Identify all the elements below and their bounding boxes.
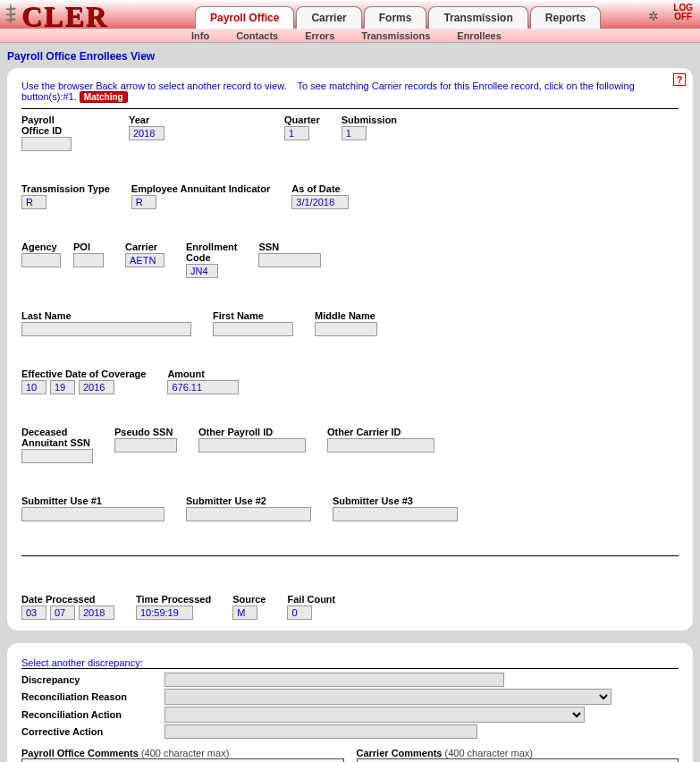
- pseudo-ssn-value: [114, 438, 177, 453]
- tab-payroll-office[interactable]: Payroll Office: [195, 6, 294, 29]
- discrepancy-title: Select another discrepancy:: [21, 657, 679, 668]
- middle-name-label: Middle Name: [315, 310, 377, 321]
- enrollment-code-value: JN4: [186, 264, 218, 278]
- date-processed-label: Date Processed: [21, 594, 114, 605]
- carrier-comments-label: Carrier Comments: [357, 748, 443, 758]
- gear-icon[interactable]: ✲: [648, 9, 659, 23]
- pseudo-ssn-label: Pseudo SSN: [114, 427, 177, 437]
- submitter1-label: Submitter Use #1: [21, 495, 164, 506]
- subtab-errors[interactable]: Errors: [305, 30, 334, 41]
- carrier-label: Carrier: [125, 241, 164, 252]
- eai-label: Employee Annuitant Indicator: [131, 183, 270, 194]
- help-icon[interactable]: ?: [673, 73, 686, 86]
- last-name-label: Last Name: [21, 310, 191, 321]
- intro-text-1: Use the browser Back arrow to select ano…: [21, 80, 287, 91]
- year-value: 2018: [129, 126, 164, 140]
- deceased-ssn-value: [21, 449, 93, 463]
- tab-forms[interactable]: Forms: [364, 6, 427, 29]
- time-processed-value: 10:59:19: [136, 605, 193, 620]
- transmission-type-label: Transmission Type: [21, 183, 110, 194]
- as-of-date-label: As of Date: [291, 183, 349, 194]
- subtab-info[interactable]: Info: [191, 30, 209, 41]
- matching-button[interactable]: Matching: [80, 91, 128, 103]
- source-value: M: [232, 605, 257, 620]
- top-bar: CLER Payroll Office Carrier Forms Transm…: [0, 0, 700, 29]
- other-carrier-id-label: Other Carrier ID: [327, 427, 434, 437]
- corrective-action-label: Corrective Action: [21, 726, 164, 737]
- year-label: Year: [129, 114, 164, 125]
- reconciliation-action-label: Reconciliation Action: [21, 709, 164, 720]
- submitter2-label: Submitter Use #2: [186, 495, 311, 506]
- ssn-value: [258, 253, 321, 267]
- discrepancy-label: Discrepancy: [21, 674, 164, 685]
- corrective-action-value: [164, 724, 477, 739]
- subtab-contacts[interactable]: Contacts: [236, 30, 278, 41]
- deceased-ssn-label: DeceasedAnnuitant SSN: [21, 427, 93, 448]
- payroll-comments-max: (400 character max): [141, 748, 229, 758]
- payroll-office-id-value: [21, 137, 72, 151]
- tab-reports[interactable]: Reports: [530, 6, 601, 29]
- amount-value: 676.11: [167, 380, 239, 394]
- agency-label: Agency: [21, 241, 61, 252]
- effective-date-day: 19: [50, 380, 75, 394]
- reconciliation-action-select[interactable]: [164, 707, 585, 723]
- logoff-line2: OFF: [674, 13, 692, 21]
- agency-value: [21, 253, 61, 267]
- submission-label: Submission: [342, 114, 397, 125]
- discrepancy-value: [164, 673, 504, 687]
- page-title: Payroll Office Enrollees View: [0, 43, 700, 68]
- effective-date-month: 10: [21, 380, 46, 394]
- discrepancy-panel: Select another discrepancy: Discrepancy …: [7, 643, 693, 762]
- caduceus-icon: [3, 2, 19, 25]
- submission-value: 1: [342, 126, 367, 140]
- reconciliation-reason-label: Reconciliation Reason: [21, 691, 164, 702]
- carrier-value: AETN: [125, 253, 164, 267]
- as-of-date-value: 3/1/2018: [291, 195, 349, 209]
- payroll-comments-label: Payroll Office Comments: [21, 748, 139, 758]
- carrier-comments-textarea[interactable]: [357, 758, 679, 762]
- other-carrier-id-value: [327, 438, 434, 453]
- subtab-enrollees[interactable]: Enrollees: [457, 30, 502, 41]
- poi-label: POI: [73, 241, 104, 252]
- date-processed-month: 03: [21, 605, 46, 620]
- effective-date-year: 2016: [79, 380, 114, 394]
- middle-name-value: [315, 322, 377, 336]
- fail-count-value: 0: [287, 605, 312, 620]
- poi-value: [73, 253, 104, 267]
- first-name-value: [213, 322, 293, 336]
- fail-count-label: Fail Count: [287, 594, 335, 605]
- details-panel: ? Use the browser Back arrow to select a…: [7, 68, 693, 631]
- first-name-label: First Name: [213, 310, 293, 321]
- subtab-transmissions[interactable]: Transmissions: [361, 30, 430, 41]
- submitter3-label: Submitter Use #3: [333, 495, 458, 506]
- submitter1-value: [21, 507, 164, 521]
- effective-date-label: Effective Date of Coverage: [21, 368, 146, 379]
- quarter-value: 1: [284, 126, 309, 140]
- amount-label: Amount: [167, 368, 239, 379]
- other-payroll-id-label: Other Payroll ID: [198, 427, 306, 437]
- payroll-office-id-label: PayrollOffice ID: [21, 114, 72, 136]
- intro-text: Use the browser Back arrow to select ano…: [21, 80, 679, 103]
- source-label: Source: [232, 594, 266, 605]
- date-processed-year: 2018: [79, 605, 114, 620]
- transmission-type-value: R: [21, 195, 46, 209]
- tab-carrier[interactable]: Carrier: [296, 6, 361, 29]
- carrier-comments-max: (400 character max): [445, 748, 533, 758]
- time-processed-label: Time Processed: [136, 594, 211, 605]
- divider-2: [21, 555, 679, 556]
- submitter2-value: [186, 507, 311, 521]
- tab-transmission[interactable]: Transmission: [428, 6, 527, 29]
- submitter3-value: [333, 507, 458, 521]
- ssn-label: SSN: [258, 241, 321, 252]
- reconciliation-reason-select[interactable]: [164, 689, 611, 705]
- enrollment-code-label: EnrollmentCode: [186, 241, 237, 263]
- logoff-button[interactable]: LOG OFF: [673, 4, 693, 21]
- date-processed-day: 07: [50, 605, 75, 620]
- payroll-comments-textarea[interactable]: [21, 758, 344, 762]
- quarter-label: Quarter: [284, 114, 320, 125]
- divider: [21, 108, 679, 109]
- app-logo: CLER: [21, 0, 108, 33]
- other-payroll-id-value: [198, 438, 306, 453]
- last-name-value: [21, 322, 191, 336]
- eai-value: R: [131, 195, 156, 209]
